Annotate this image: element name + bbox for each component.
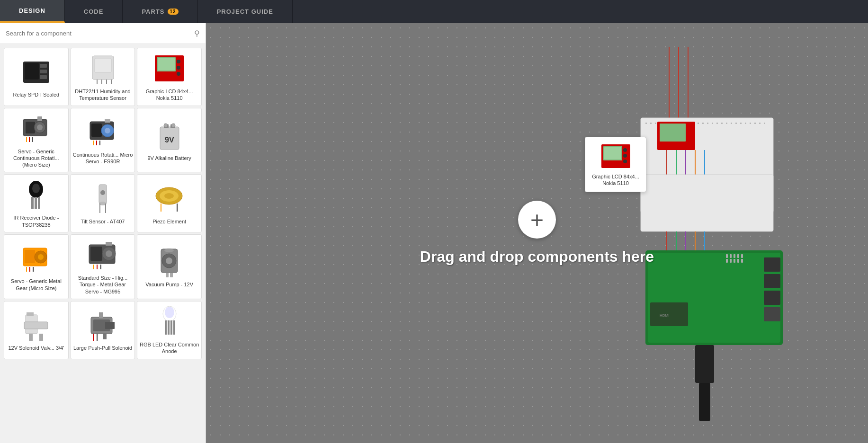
svg-rect-142 [737,254,739,258]
svg-rect-117 [740,123,742,124]
svg-rect-18 [26,122,35,133]
main-layout: ⚲ Relay SPDT Sealed [0,23,868,443]
svg-rect-90 [168,320,170,335]
vacuum-pump-icon [151,245,188,278]
svg-rect-120 [754,123,756,124]
component-push-pull-solenoid[interactable]: Large Push-Pull Solenoid [71,301,135,359]
component-battery-9v[interactable]: 9V 9V Alkaline Battery [137,108,202,173]
svg-rect-76 [24,322,48,329]
tab-project-guide[interactable]: PROJECT GUIDE [198,0,293,23]
piezo-icon [151,182,188,215]
component-row-2: Servo - Generic Continuous Rotati... (Mi… [4,108,202,173]
svg-rect-6 [95,58,111,72]
svg-rect-144 [726,259,728,263]
svg-rect-148 [741,259,743,263]
svg-point-74 [164,248,174,252]
component-vacuum-pump[interactable]: Vacuum Pump - 12V [137,234,202,299]
svg-point-46 [100,190,105,195]
svg-rect-2 [40,64,47,68]
component-lcd-nokia[interactable]: Graphic LCD 84x4... Nokia 5110 [137,48,202,106]
svg-rect-79 [27,312,34,316]
dht22-label: DHT22/11 Humidity and Temperature Sensor [73,88,133,102]
svg-rect-98 [650,123,652,124]
piezo-label: Piezo Element [152,218,186,225]
svg-rect-78 [39,334,43,341]
svg-point-161 [623,159,627,163]
svg-rect-154 [695,345,714,383]
component-servo-mg995[interactable]: Standard Size - Hig... Torque - Metal Ge… [71,234,135,299]
svg-rect-114 [726,123,727,124]
drag-preview-tooltip: Graphic LCD 84x4... Nokia 5110 [585,137,646,192]
svg-rect-72 [166,273,169,277]
design-canvas[interactable]: HDMI [206,23,868,443]
svg-point-14 [177,60,180,63]
svg-rect-158 [604,147,621,159]
tilt-sensor-label: Tilt Sensor - AT407 [81,218,125,225]
component-servo-metal-micro[interactable]: Servo - Generic Metal Gear (Micro Size) [4,234,69,299]
component-rgb-led[interactable]: RGB LED Clear Common Anode [137,301,202,359]
servo-fs90r-label: Continuous Rotati... Micro Servo - FS90R [73,151,133,165]
tab-design[interactable]: DESIGN [0,0,65,23]
drag-preview-label: Graphic LCD 84x4... Nokia 5110 [590,173,641,187]
svg-rect-133 [764,257,780,272]
component-relay-spdt[interactable]: Relay SPDT Sealed [4,48,69,106]
svg-point-64 [106,250,112,257]
solenoid-valve-icon [17,309,55,342]
drag-preview-lcd-icon [599,142,632,170]
svg-rect-130 [641,175,773,231]
component-row-1: Relay SPDT Sealed DHT22/11 Humidit [4,48,202,106]
svg-rect-26 [91,124,102,137]
svg-rect-119 [750,123,751,124]
svg-rect-124 [660,124,686,142]
svg-rect-65 [106,242,112,246]
tab-code[interactable]: CODE [65,0,123,23]
svg-rect-21 [37,116,42,121]
tilt-sensor-icon [84,182,122,215]
component-servo-micro[interactable]: Servo - Generic Continuous Rotati... (Mi… [4,108,69,173]
servo-metal-micro-label: Servo - Generic Metal Gear (Micro Size) [6,278,66,292]
svg-point-16 [177,72,180,76]
component-dht22[interactable]: DHT22/11 Humidity and Temperature Sensor [71,48,135,106]
top-navigation: DESIGN CODE PARTS 12 PROJECT GUIDE [0,0,868,23]
svg-rect-141 [734,254,735,258]
component-row-4: Servo - Generic Metal Gear (Micro Size) [4,234,202,299]
battery-9v-label: 9V Alkaline Battery [148,155,191,161]
dht-icon [84,52,122,85]
svg-rect-118 [745,123,746,124]
svg-rect-82 [105,322,115,329]
svg-rect-113 [721,123,723,124]
svg-text:HDMI: HDMI [660,313,669,318]
svg-rect-89 [165,320,167,335]
component-tilt-sensor[interactable]: Tilt Sensor - AT407 [71,174,135,232]
component-servo-fs90r[interactable]: Continuous Rotati... Micro Servo - FS90R [71,108,135,173]
svg-rect-116 [735,123,737,124]
svg-rect-13 [158,58,175,71]
parts-badge: 12 [168,9,179,15]
search-input[interactable] [6,30,194,37]
vacuum-pump-label: Vacuum Pump - 12V [145,281,193,288]
svg-rect-42 [35,197,37,209]
svg-point-51 [164,193,174,199]
svg-rect-147 [737,259,739,263]
svg-point-159 [623,148,627,152]
svg-rect-41 [31,197,34,209]
svg-point-37 [171,124,175,127]
servo-mg995-icon [84,239,122,272]
component-solenoid-valve[interactable]: 12V Solenoid Valv... 3/4' [4,301,69,359]
svg-rect-108 [698,123,699,124]
tab-parts[interactable]: PARTS 12 [123,0,197,23]
search-icon[interactable]: ⚲ [194,29,200,38]
svg-rect-122 [764,123,765,124]
svg-rect-134 [764,274,780,288]
relay-icon [17,55,55,89]
svg-rect-139 [726,254,728,258]
ir-receiver-icon [17,178,55,212]
svg-rect-132 [648,253,780,343]
svg-rect-97 [645,123,647,124]
push-pull-solenoid-label: Large Push-Pull Solenoid [73,345,132,351]
component-piezo[interactable]: Piezo Element [137,174,202,232]
component-ir-receiver[interactable]: IR Receiver Diode - TSOP38238 [4,174,69,232]
svg-rect-121 [759,123,761,124]
component-sidebar: ⚲ Relay SPDT Sealed [0,23,206,443]
svg-rect-43 [38,197,40,209]
